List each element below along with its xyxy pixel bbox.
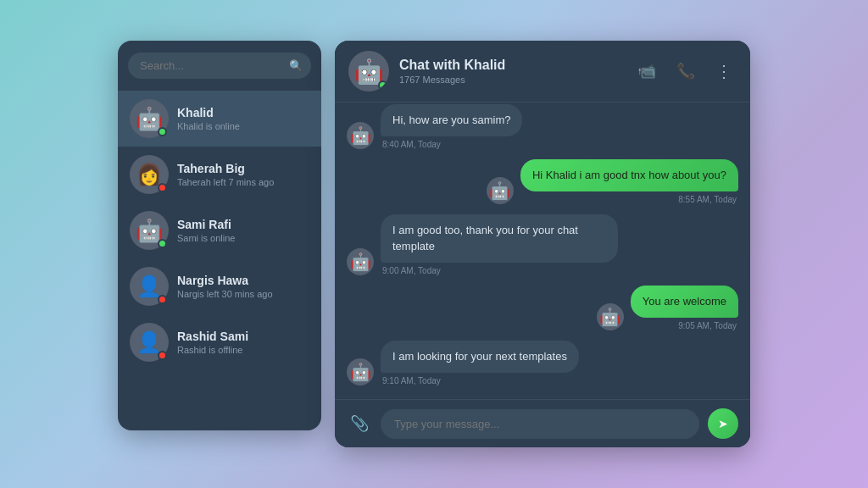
message-bubble: Hi Khalid i am good tnx how about you? <box>520 159 738 191</box>
message-row-m4: You are welcome 9:05 AM, Today 🤖 <box>347 286 738 330</box>
message-row-m3: 🤖 I am good too, thank you for your chat… <box>347 214 738 274</box>
contact-item-taherah[interactable]: 👩 Taherah Big Taherah left 7 mins ago <box>118 147 321 202</box>
message-input[interactable] <box>381 409 699 439</box>
contact-info: Sami Rafi Sami is online <box>177 218 309 243</box>
chat-header-avatar: 🤖 <box>348 51 389 92</box>
contact-status-text: Sami is online <box>177 233 309 243</box>
message-bubble: I am good too, thank you for your chat t… <box>381 214 618 262</box>
message-avatar: 🤖 <box>597 303 624 330</box>
contact-avatar-wrapper: 👩 <box>130 155 169 194</box>
contact-avatar-wrapper: 👤 <box>130 267 169 306</box>
message-bubble-wrap: I am good too, thank you for your chat t… <box>381 214 618 274</box>
search-wrapper: 🔍 <box>128 53 311 79</box>
main-container: 🔍 🤖 Khalid Khalid is online 👩 Taherah Bi… <box>118 41 750 447</box>
message-bubble: I am looking for your next templates <box>381 341 579 373</box>
contact-avatar-wrapper: 🤖 <box>130 211 169 250</box>
message-bubble-wrap: Hi Khalid i am good tnx how about you? 8… <box>520 159 738 204</box>
send-icon: ➤ <box>718 417 728 430</box>
send-button[interactable]: ➤ <box>708 408 738 439</box>
contact-name: Sami Rafi <box>177 218 309 231</box>
chat-header-info: Chat with Khalid 1767 Messages <box>399 58 634 85</box>
message-bubble: Hi, how are you samim? <box>381 104 522 136</box>
contact-list: 🤖 Khalid Khalid is online 👩 Taherah Big … <box>118 91 321 430</box>
video-call-button[interactable]: 📹 <box>634 58 659 84</box>
message-row-m1: 🤖 Hi, how are you samim? 8:40 AM, Today <box>347 104 738 149</box>
search-icon: 🔍 <box>289 59 303 72</box>
message-time: 9:10 AM, Today <box>381 376 579 385</box>
attach-button[interactable]: 📎 <box>347 411 372 436</box>
message-time: 8:55 AM, Today <box>676 195 738 204</box>
contact-status-text: Nargis left 30 mins ago <box>177 289 309 299</box>
contact-name: Nargis Hawa <box>177 274 309 287</box>
message-avatar: 🤖 <box>347 358 374 385</box>
contact-name: Rashid Sami <box>177 330 309 343</box>
chat-header: 🤖 Chat with Khalid 1767 Messages 📹 📞 ⋮ <box>335 41 750 103</box>
chat-header-sub: 1767 Messages <box>399 75 634 85</box>
search-bar: 🔍 <box>118 41 321 91</box>
chat-messages: 🤖 Hi, how are you samim? 8:40 AM, Today … <box>335 103 750 399</box>
contact-info: Khalid Khalid is online <box>177 106 309 131</box>
contact-info: Nargis Hawa Nargis left 30 mins ago <box>177 274 309 299</box>
more-options-button[interactable]: ⋮ <box>712 58 737 85</box>
chat-header-name: Chat with Khalid <box>399 58 634 73</box>
message-bubble-wrap: Hi, how are you samim? 8:40 AM, Today <box>381 104 522 149</box>
message-bubble-wrap: I am looking for your next templates 9:1… <box>381 341 579 385</box>
contact-item-rashid[interactable]: 👤 Rashid Sami Rashid is offline <box>118 314 321 370</box>
chat-input-area: 📎 ➤ <box>335 399 750 447</box>
chat-header-status-dot <box>378 80 387 90</box>
contact-status-text: Rashid is offline <box>177 345 309 355</box>
contact-status-dot <box>158 183 167 192</box>
contact-avatar-wrapper: 🤖 <box>130 99 169 138</box>
contact-item-khalid[interactable]: 🤖 Khalid Khalid is online <box>118 91 321 147</box>
message-time: 8:40 AM, Today <box>381 140 522 149</box>
left-panel: 🔍 🤖 Khalid Khalid is online 👩 Taherah Bi… <box>118 41 321 430</box>
right-panel: 🤖 Chat with Khalid 1767 Messages 📹 📞 ⋮ 🤖… <box>335 41 750 447</box>
phone-call-button[interactable]: 📞 <box>673 58 698 84</box>
contact-avatar-wrapper: 👤 <box>130 323 169 362</box>
message-avatar: 🤖 <box>347 122 374 149</box>
message-row-m5: 🤖 I am looking for your next templates 9… <box>347 341 738 385</box>
contact-status-dot <box>158 127 167 136</box>
contact-info: Rashid Sami Rashid is offline <box>177 330 309 355</box>
contact-status-text: Taherah left 7 mins ago <box>177 177 309 187</box>
message-time: 9:00 AM, Today <box>381 266 618 275</box>
contact-status-dot <box>158 295 167 304</box>
contact-item-sami[interactable]: 🤖 Sami Rafi Sami is online <box>118 202 321 258</box>
contact-status-dot <box>158 351 167 360</box>
message-avatar: 🤖 <box>347 248 374 275</box>
search-input[interactable] <box>128 53 311 79</box>
message-avatar: 🤖 <box>487 177 514 204</box>
contact-name: Khalid <box>177 106 309 119</box>
message-bubble: You are welcome <box>631 286 738 318</box>
message-bubble-wrap: You are welcome 9:05 AM, Today <box>631 286 738 330</box>
contact-info: Taherah Big Taherah left 7 mins ago <box>177 162 309 187</box>
contact-item-nargis[interactable]: 👤 Nargis Hawa Nargis left 30 mins ago <box>118 258 321 314</box>
contact-status-dot <box>158 239 167 248</box>
message-row-m2: Hi Khalid i am good tnx how about you? 8… <box>347 159 738 204</box>
chat-header-actions: 📹 📞 ⋮ <box>634 58 737 85</box>
contact-status-text: Khalid is online <box>177 121 309 131</box>
contact-name: Taherah Big <box>177 162 309 175</box>
message-time: 9:05 AM, Today <box>676 321 738 330</box>
